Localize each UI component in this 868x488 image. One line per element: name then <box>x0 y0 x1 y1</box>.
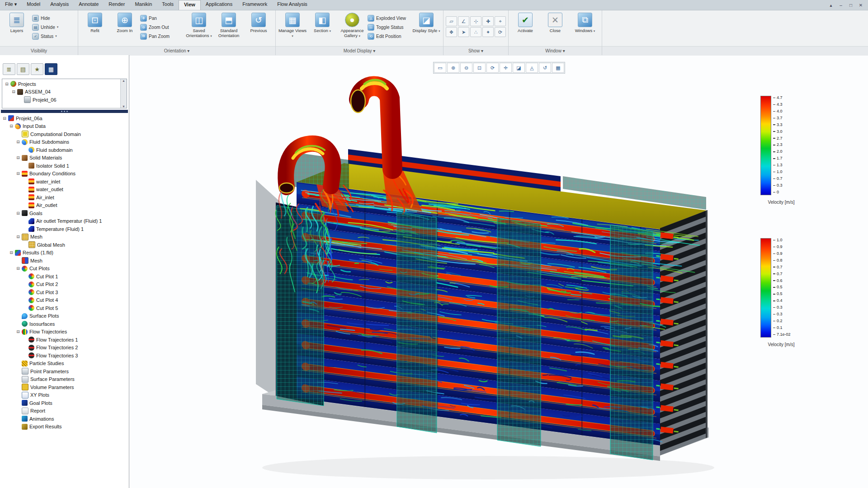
tree-node-animations[interactable]: Animations <box>0 415 129 423</box>
ribbon-button-exploded-view[interactable]: ◬Exploded View <box>368 14 411 23</box>
ribbon-button-standard-orientation[interactable]: ⬒Standard Orientation <box>214 12 243 38</box>
tree-node-solid-materials[interactable]: ⊟Solid Materials <box>0 154 129 162</box>
perspective-button[interactable]: ◬ <box>526 63 538 73</box>
csys-tag-display-icon[interactable]: ✦ <box>482 27 494 37</box>
tree-node-air-outlet[interactable]: Air_outlet <box>0 202 129 210</box>
tree-node-cut-plot-2[interactable]: Cut Plot 2 <box>0 281 129 289</box>
csys-display-icon[interactable]: ✚ <box>482 16 494 26</box>
expander-icon[interactable]: ⊟ <box>15 235 21 239</box>
expander-icon[interactable]: ⊟ <box>15 155 21 160</box>
tree-node-boundary-conditions[interactable]: ⊟Boundary Conditions <box>0 170 129 178</box>
ribbon-button-activate[interactable]: ✔Activate <box>511 12 540 33</box>
ribbon-button-unhide[interactable]: ▤Unhide▾ <box>32 23 75 32</box>
tree-node-fluid-subdomain[interactable]: Fluid subdomain <box>0 146 129 154</box>
ribbon-group-label-orientation[interactable]: Orientation ▾ <box>78 46 275 55</box>
tree-node-mesh[interactable]: Mesh <box>0 257 129 265</box>
tree-node-projekt-06[interactable]: Projekt_06 <box>2 96 127 104</box>
ribbon-button-appearance-gallery[interactable]: ●Appearance Gallery ▾ <box>338 12 367 38</box>
maximize-button[interactable]: □ <box>847 2 854 8</box>
expander-icon[interactable]: ⊟ <box>15 171 21 176</box>
tree-node-cut-plot-5[interactable]: Cut Plot 5 <box>0 304 129 312</box>
tree-node-input-data[interactable]: ⊟Input Data <box>0 122 129 131</box>
tree-node-cut-plot-4[interactable]: Cut Plot 4 <box>0 296 129 305</box>
tree-node-temperature-fluid-1[interactable]: Temperature (Fluid) 1 <box>0 225 129 233</box>
zoom-box-button[interactable]: ▭ <box>434 63 446 73</box>
ribbon-group-label-model-display[interactable]: Model Display ▾ <box>276 46 443 55</box>
tree-node-cut-plots[interactable]: ⊟Cut Plots <box>0 265 129 273</box>
ribbon-button-zoom-in[interactable]: ⊕Zoom In <box>110 12 139 33</box>
tree-node-assem-04[interactable]: ⊟ASSEM_04 <box>2 88 127 96</box>
tree-node-surface-plots[interactable]: Surface Plots <box>0 312 129 320</box>
tree-node-water-outlet[interactable]: water_outlet <box>0 186 129 194</box>
close-button[interactable]: ✕ <box>857 2 864 8</box>
point-tag-display-icon[interactable]: ∴ <box>470 27 481 37</box>
view-manager-button[interactable]: ▦ <box>552 63 564 73</box>
ribbon-collapse-button[interactable]: ▴ <box>827 2 835 8</box>
ribbon-button-toggle-status[interactable]: ☷Toggle Status <box>368 23 411 32</box>
ribbon-button-pan[interactable]: ✛Pan <box>140 14 184 23</box>
panel-tab-model-tree[interactable]: ≣ <box>3 63 15 75</box>
expander-icon[interactable]: ⊟ <box>9 250 14 255</box>
tree-node-volume-parameters[interactable]: Volume Parameters <box>0 383 129 391</box>
tree-node-computational-domain[interactable]: Computational Domain <box>0 130 129 138</box>
menu-tab-tools[interactable]: Tools <box>157 0 179 10</box>
menu-tab-manikin[interactable]: Manikin <box>130 0 157 10</box>
tree-node-air-outlet-temperatur-fluid-1[interactable]: Air outlet Temperatur (Fluid) 1 <box>0 217 129 225</box>
menu-tab-render[interactable]: Render <box>104 0 130 10</box>
tree-node-report[interactable]: Report <box>0 407 129 415</box>
tree-node-goal-plots[interactable]: Goal Plots <box>0 399 129 407</box>
expander-icon[interactable]: ⊟ <box>2 116 7 121</box>
tree-node-isolator-solid-1[interactable]: Isolator Solid 1 <box>0 162 129 170</box>
panel-splitter[interactable] <box>1 110 128 113</box>
menu-tab-flow-analysis[interactable]: Flow Analysis <box>272 0 312 10</box>
menu-tab-annotate[interactable]: Annotate <box>74 0 104 10</box>
ribbon-button-zoom-out[interactable]: ⊖Zoom Out <box>140 23 184 32</box>
tree-node-surface-parameters[interactable]: Surface Parameters <box>0 375 129 384</box>
tree-node-global-mesh[interactable]: Global Mesh <box>0 241 129 249</box>
ribbon-group-label-visibility[interactable]: Visibility <box>0 46 78 55</box>
ribbon-group-label-window[interactable]: Window ▾ <box>509 46 602 55</box>
rotate-button[interactable]: ⟳ <box>486 63 499 73</box>
ribbon-button-status[interactable]: ✓Status▾ <box>32 32 75 41</box>
menu-tab-analysis[interactable]: Analysis <box>45 0 74 10</box>
tree-node-isosurfaces[interactable]: Isosurfaces <box>0 320 129 328</box>
menu-tab-framework[interactable]: Framework <box>237 0 272 10</box>
display-style-button[interactable]: ◪ <box>513 63 525 73</box>
point-display-icon[interactable]: ⊹ <box>470 16 481 26</box>
ribbon-button-windows[interactable]: ⧉Windows ▾ <box>571 12 599 34</box>
ribbon-button-refit[interactable]: ⊡Refit <box>80 12 109 33</box>
tree-node-mesh[interactable]: ⊟Mesh <box>0 233 129 241</box>
tree-node-point-parameters[interactable]: Point Parameters <box>0 367 129 375</box>
expander-icon[interactable]: ⊟ <box>11 89 16 94</box>
ribbon-button-layers[interactable]: ≣Layers <box>2 12 31 33</box>
ribbon-button-previous[interactable]: ↺Previous <box>244 12 273 33</box>
panel-tab-flow-analysis[interactable]: ▦ <box>45 63 57 75</box>
menu-tab-file[interactable]: File ▾ <box>0 0 22 10</box>
ribbon-button-close[interactable]: ✕Close <box>541 12 570 33</box>
ribbon-button-pan-zoom[interactable]: ⧉Pan Zoom <box>140 32 184 41</box>
expander-icon[interactable]: ⊟ <box>15 266 21 271</box>
minimize-button[interactable]: ‒ <box>837 2 844 8</box>
axis-tag-display-icon[interactable]: ➤ <box>458 27 469 37</box>
tree-node-water-inlet[interactable]: water_inlet <box>0 178 129 186</box>
tree-node-export-results[interactable]: Export Results <box>0 423 129 431</box>
plane-tag-display-icon[interactable]: ❖ <box>446 27 457 37</box>
expander-icon[interactable]: ⊟ <box>9 124 14 128</box>
annotation-display-icon[interactable]: ⟳ <box>495 27 506 37</box>
tree-node-cut-plot-3[interactable]: Cut Plot 3 <box>0 288 129 296</box>
ribbon-button-edit-position[interactable]: ⟲Edit Position <box>368 32 411 41</box>
tree-node-flow-trajectories-1[interactable]: Flow Trajectories 1 <box>0 336 129 344</box>
tree-node-results-1-fld[interactable]: ⊟Results (1.fld) <box>0 249 129 257</box>
tree-node-projekt-06a[interactable]: ⊟Projekt_06a <box>0 114 129 122</box>
tree-node-goals[interactable]: ⊟Goals <box>0 209 129 217</box>
pan-button[interactable]: ✛ <box>500 63 512 73</box>
ribbon-button-section[interactable]: ◧Section ▾ <box>308 12 337 34</box>
ribbon-button-saved-orientations[interactable]: ◫Saved Orientations ▾ <box>184 12 213 38</box>
spin-center-display-icon[interactable]: ⌖ <box>495 16 506 26</box>
menu-tab-view[interactable]: View <box>179 0 201 10</box>
expander-icon[interactable]: ⊟ <box>4 82 9 86</box>
expander-icon[interactable]: ⊟ <box>15 329 21 334</box>
refit-button[interactable]: ⊡ <box>473 63 486 73</box>
tree-node-flow-trajectories-2[interactable]: Flow Trajectories 2 <box>0 344 129 352</box>
ribbon-button-hide[interactable]: ▥Hide <box>32 14 75 23</box>
